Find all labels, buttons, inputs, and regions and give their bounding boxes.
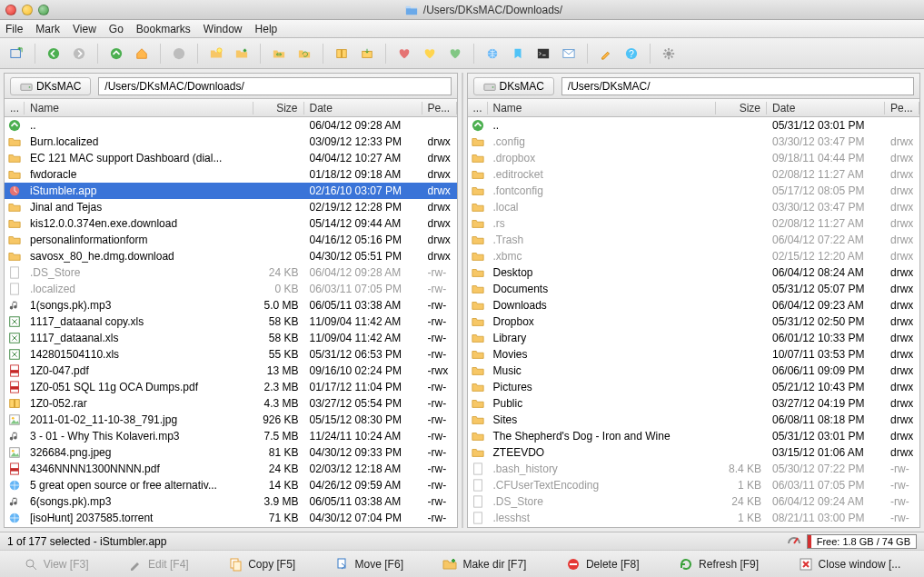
table-row[interactable]: Dropbox05/31/12 02:50 PMdrwx (468, 313, 920, 330)
table-row[interactable]: personalinformationform04/16/12 05:16 PM… (5, 232, 457, 248)
table-row[interactable]: Jinal and Tejas02/19/12 12:28 PMdrwx (5, 199, 457, 215)
table-row[interactable]: .localized0 KB06/03/11 07:05 PM-rw- (5, 281, 457, 297)
table-row[interactable]: Public03/27/12 04:19 PMdrwx (468, 395, 920, 412)
table-row[interactable]: .DS_Store24 KB06/04/12 09:24 AM-rw- (468, 493, 920, 510)
table-row[interactable]: ..05/31/12 03:01 PM (468, 117, 920, 134)
color-picker-icon[interactable] (597, 45, 615, 63)
table-row[interactable]: Downloads06/04/12 09:23 AMdrwx (468, 297, 920, 313)
sync-panes-icon[interactable] (295, 45, 313, 63)
table-row[interactable]: .CFUserTextEncoding1 KB06/03/11 07:05 PM… (468, 477, 920, 493)
pack-icon[interactable] (333, 45, 351, 63)
fn-refresh-button[interactable]: Refresh [F9] (671, 553, 767, 575)
table-row[interactable]: 6(songs.pk).mp33.9 MB06/05/11 03:38 AM-r… (5, 493, 457, 510)
mail-icon[interactable] (560, 45, 578, 63)
table-row[interactable]: 5 great open source or free alternativ..… (5, 477, 457, 493)
nav-back-icon[interactable] (45, 45, 63, 63)
table-row[interactable]: 2011-01-02_11-10-38_791.jpg926 KB05/15/1… (5, 412, 457, 428)
right-file-list[interactable]: ... Name Size Date Pe... ..05/31/12 03:0… (468, 99, 920, 527)
table-row[interactable]: .config03/30/12 03:47 PMdrwx (468, 134, 920, 150)
table-row[interactable]: Sites06/08/11 08:18 PMdrwx (468, 412, 920, 428)
right-path-input[interactable] (561, 77, 914, 95)
col-size[interactable]: Size (716, 102, 767, 114)
col-size[interactable]: Size (253, 102, 304, 114)
table-row[interactable]: 1Z0-052.rar4.3 MB03/27/12 05:54 PM-rw- (5, 395, 457, 412)
fn-close-button[interactable]: Close window [... (790, 553, 909, 575)
table-row[interactable]: .fontconfig05/17/12 08:05 PMdrwx (468, 183, 920, 199)
table-row[interactable]: Desktop06/04/12 08:24 AMdrwx (468, 264, 920, 281)
gear-icon[interactable] (660, 45, 678, 63)
table-row[interactable]: savosx_80_he.dmg.download04/30/12 05:51 … (5, 248, 457, 264)
table-row[interactable]: 326684.png.jpeg81 KB04/30/12 09:33 PM-rw… (5, 444, 457, 461)
table-row[interactable]: Library06/01/12 10:33 PMdrwx (468, 330, 920, 346)
fn-delete-button[interactable]: Delete [F8] (558, 553, 648, 575)
nav-up-icon[interactable] (107, 45, 125, 63)
table-row[interactable]: 1(songs.pk).mp35.0 MB06/05/11 03:38 AM-r… (5, 297, 457, 313)
table-row[interactable]: .DS_Store24 KB06/04/12 09:28 AM-rw- (5, 264, 457, 281)
table-row[interactable]: .editrocket02/08/12 11:27 AMdrwx (468, 166, 920, 183)
table-row[interactable]: [isoHunt] 2037585.torrent71 KB04/30/12 0… (5, 510, 457, 526)
menu-file[interactable]: File (5, 23, 23, 35)
table-row[interactable]: 4346NNNN1300NNNN.pdf24 KB02/03/12 12:18 … (5, 461, 457, 477)
table-row[interactable]: .xbmc02/15/12 12:20 AMdrwx (468, 248, 920, 264)
table-row[interactable]: .local03/30/12 03:47 PMdrwx (468, 199, 920, 215)
col-ext[interactable]: ... (468, 102, 488, 114)
table-row[interactable]: The Shepherd's Dog - Iron and Wine05/31/… (468, 428, 920, 444)
table-row[interactable]: .Trash06/04/12 07:22 AMdrwx (468, 232, 920, 248)
new-folder-icon[interactable] (207, 45, 225, 63)
unpack-icon[interactable] (358, 45, 376, 63)
left-path-input[interactable] (98, 77, 451, 95)
swap-panes-icon[interactable] (270, 45, 288, 63)
col-perm[interactable]: Pe... (422, 102, 457, 114)
menu-view[interactable]: View (73, 23, 96, 35)
table-row[interactable]: 142801504110.xls55 KB05/31/12 06:53 PM-r… (5, 346, 457, 363)
new-file-icon[interactable] (233, 45, 251, 63)
table-row[interactable]: fwdoracle01/18/12 09:18 AMdrwx (5, 166, 457, 183)
globe-icon[interactable] (483, 45, 502, 63)
col-date[interactable]: Date (767, 102, 885, 114)
table-row[interactable]: iStumbler.app02/16/10 03:07 PMdrwx (5, 183, 457, 199)
col-name[interactable]: Name (25, 102, 253, 114)
table-row[interactable]: 1117_dataanal.xls58 KB11/09/04 11:42 AM-… (5, 330, 457, 346)
table-row[interactable]: Burn.localized03/09/12 12:33 PMdrwx (5, 134, 457, 150)
help-icon[interactable]: ? (622, 45, 641, 63)
table-row[interactable]: 1Z0-051 SQL 11g OCA Dumps.pdf2.3 MB01/17… (5, 379, 457, 395)
col-perm[interactable]: Pe... (885, 102, 919, 114)
table-row[interactable]: 1117_dataanal copy.xls58 KB11/09/04 11:4… (5, 313, 457, 330)
table-row[interactable]: 1Z0-047.pdf13 MB09/16/10 02:24 PM-rwx (5, 363, 457, 379)
table-row[interactable]: ..06/04/12 09:28 AM (5, 117, 457, 134)
window-zoom-button[interactable] (38, 5, 49, 15)
left-column-headers[interactable]: ... Name Size Date Pe... (5, 99, 457, 117)
table-row[interactable]: EC 121 MAC support Dashboard (dial...04/… (5, 150, 457, 166)
menu-go[interactable]: Go (109, 23, 124, 35)
table-row[interactable]: .rs02/08/12 11:27 AMdrwx (468, 215, 920, 232)
terminal-icon[interactable] (534, 45, 552, 63)
menu-window[interactable]: Window (204, 23, 243, 35)
heart-red-icon[interactable] (395, 45, 413, 63)
right-drive-button[interactable]: DKsMAC (473, 77, 554, 95)
fn-copy-button[interactable]: Copy [F5] (220, 553, 303, 575)
window-close-button[interactable] (5, 5, 16, 15)
left-drive-button[interactable]: DKsMAC (10, 77, 91, 95)
table-row[interactable]: Movies10/07/11 03:53 PMdrwx (468, 346, 920, 363)
fn-mkdir-button[interactable]: Make dir [F7] (434, 553, 534, 575)
fn-move-button[interactable]: Move [F6] (327, 553, 412, 575)
home-icon[interactable] (133, 45, 151, 63)
menu-mark[interactable]: Mark (35, 23, 60, 35)
table-row[interactable]: .bash_history8.4 KB05/30/12 07:22 PM-rw- (468, 461, 920, 477)
bookmark-icon[interactable] (509, 45, 527, 63)
table-row[interactable]: .lesshst1 KB08/21/11 03:00 PM-rw- (468, 510, 920, 526)
heart-green-icon[interactable] (446, 45, 464, 63)
table-row[interactable]: Pictures05/21/12 10:43 PMdrwx (468, 379, 920, 395)
table-row[interactable]: Documents05/31/12 05:07 PMdrwx (468, 281, 920, 297)
table-row[interactable]: Music06/06/11 09:09 PMdrwx (468, 363, 920, 379)
heart-yellow-icon[interactable] (421, 45, 439, 63)
col-date[interactable]: Date (304, 102, 422, 114)
table-row[interactable]: 3 - 01 - Why This Kolaveri.mp37.5 MB11/2… (5, 428, 457, 444)
menu-bookmarks[interactable]: Bookmarks (136, 23, 191, 35)
col-name[interactable]: Name (488, 102, 717, 114)
table-row[interactable]: ZTEEVDO03/15/12 01:06 AMdrwx (468, 444, 920, 461)
menu-help[interactable]: Help (255, 23, 278, 35)
window-minimize-button[interactable] (22, 5, 33, 15)
left-file-list[interactable]: ... Name Size Date Pe... ..06/04/12 09:2… (5, 99, 457, 527)
pane-splitter[interactable] (462, 73, 463, 528)
